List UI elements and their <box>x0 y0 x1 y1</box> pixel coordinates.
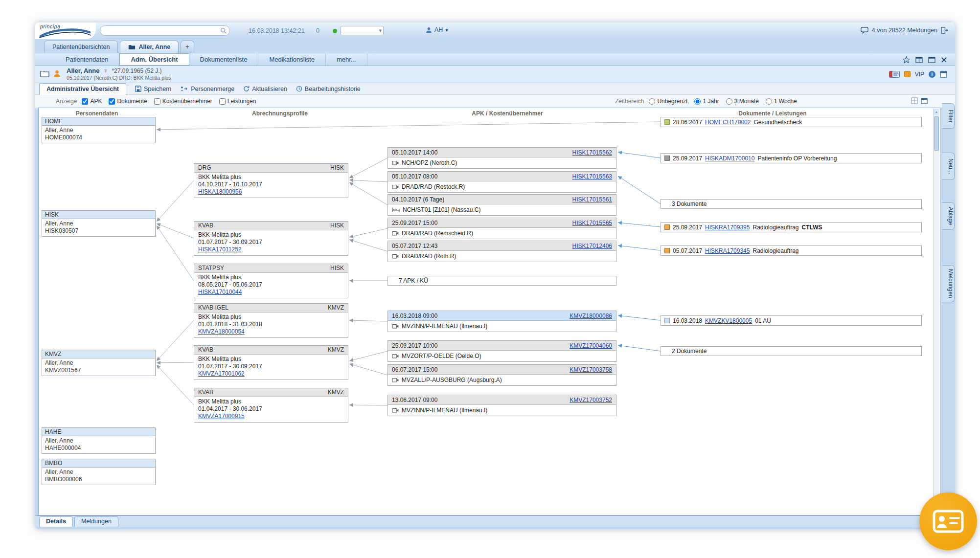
apk-ref-link[interactable]: HISK17015561 <box>572 195 612 203</box>
apk-ref-link[interactable]: HISK17015562 <box>572 148 612 156</box>
refresh-button[interactable]: Aktualisieren <box>243 86 287 92</box>
checkbox-dokumente[interactable]: Dokumente <box>109 98 147 105</box>
dokumente-checkbox[interactable] <box>109 98 115 105</box>
tab-adm-uebersicht[interactable]: Adm. Übersicht <box>119 53 189 66</box>
scroll-up-button[interactable]: ▲ <box>934 109 939 115</box>
apk-datetime: 05.10.2017 14:00 <box>392 148 437 156</box>
scrollbar-thumb[interactable] <box>934 116 939 151</box>
doc-ref-link[interactable]: KMVZKV1800005 <box>705 317 752 324</box>
radio-unbegrenzt[interactable]: Unbegrenzt <box>649 98 687 105</box>
drei-monate-radio[interactable] <box>726 98 732 105</box>
side-tab-neu[interactable]: Neu... <box>942 153 955 180</box>
profile-ref-link[interactable]: HISKA18000956 <box>198 188 242 195</box>
topbar-select[interactable]: ▾ <box>341 26 384 35</box>
bottom-tab-details[interactable]: Details <box>39 516 73 527</box>
profile-type: STATPSY <box>198 265 224 272</box>
search-input[interactable] <box>105 26 219 35</box>
apk-summary-box[interactable]: 7 APK / KÜ <box>387 276 616 286</box>
tab-patientenuebersichten[interactable]: Patientenübersichten <box>44 41 118 53</box>
radio-3-monate[interactable]: 3 Monate <box>726 98 759 105</box>
apk-datetime: 04.10.2017 (6 Tage) <box>392 195 444 203</box>
checkbox-apk[interactable]: APK <box>82 98 102 105</box>
camera-icon <box>392 354 399 358</box>
tab-administrative-uebersicht[interactable]: Administrative Übersicht <box>39 83 126 95</box>
person-merge-button[interactable]: Personenmerge <box>180 86 234 92</box>
filter-bar: Anzeige APK Dokumente Kostenübernehmer L… <box>35 95 955 108</box>
doc-ref-link[interactable]: HISKRA1709395 <box>705 224 750 231</box>
ein-jahr-radio[interactable] <box>694 98 701 105</box>
column-header-apk: APK / Kostenübernehmer <box>472 110 543 117</box>
patient-icon <box>53 70 61 77</box>
logout-icon[interactable] <box>941 27 948 34</box>
tab-dokumentenliste[interactable]: Dokumentenliste <box>189 53 259 66</box>
unbegrenzt-radio[interactable] <box>649 98 655 105</box>
apk-ref-link[interactable]: KMVZ18000086 <box>570 312 612 320</box>
doc-ref-link[interactable]: HISKRA1709345 <box>705 247 750 254</box>
side-tab-filter[interactable]: Filter <box>942 103 955 129</box>
person-id: KMVZ001567 <box>45 367 152 374</box>
profile-ref-link[interactable]: HISKA17010044 <box>198 289 242 295</box>
new-tab-button[interactable]: + <box>181 41 194 53</box>
side-tab-ablage[interactable]: Ablage <box>942 202 955 230</box>
camera-icon <box>392 160 399 165</box>
tab-mehr[interactable]: mehr... <box>326 53 367 66</box>
document-summary-box[interactable]: 2 Dokumente <box>661 346 922 356</box>
doc-color-chip <box>664 119 670 125</box>
messages-status[interactable]: 4 von 28522 Meldungen <box>861 27 948 34</box>
apk-checkbox[interactable] <box>82 98 88 105</box>
kostenuebernehmer-checkbox[interactable] <box>154 98 160 105</box>
zeitbereich-group: Zeitbereich Unbegrenzt 1 Jahr 3 Monate 1… <box>615 95 804 108</box>
patient-card-fab-button[interactable] <box>919 492 977 550</box>
user-menu[interactable]: AH ▾ <box>426 26 448 33</box>
maximize-window-icon[interactable] <box>928 57 935 63</box>
profile-period: 01.01.2018 - 31.03.2018 <box>198 321 344 328</box>
person-box-header: BMBO <box>42 459 155 468</box>
checkbox-leistungen[interactable]: Leistungen <box>219 98 256 105</box>
leistungen-checkbox[interactable] <box>219 98 226 105</box>
arrow-up-icon: ▲ <box>935 110 938 113</box>
doc-title: Gesundheitscheck <box>753 119 802 126</box>
vertical-scrollbar[interactable]: ▲ ▼ <box>933 109 939 514</box>
close-icon[interactable] <box>941 57 947 63</box>
profile-ref-link[interactable]: KMVZA18000054 <box>198 328 245 335</box>
star-icon[interactable] <box>903 56 910 63</box>
profile-insurer: BKK Melitta plus <box>198 313 344 321</box>
bottom-tab-meldungen[interactable]: Meldungen <box>74 516 118 527</box>
radio-label: Unbegrenzt <box>657 98 687 105</box>
vip-badge: VIP <box>915 71 924 78</box>
radio-label: 1 Jahr <box>703 98 719 105</box>
apk-ref-link[interactable]: HISK17015565 <box>572 219 612 227</box>
search-icon[interactable] <box>220 27 227 35</box>
calendar-icon[interactable] <box>921 97 928 104</box>
checkbox-kostenuebernehmer[interactable]: Kostenübernehmer <box>154 98 212 105</box>
checkbox-label: Dokumente <box>117 98 147 105</box>
side-tab-meldungen[interactable]: Meldungen <box>942 265 955 302</box>
profile-ref-link[interactable]: KMVZA17001062 <box>198 370 245 377</box>
radio-1-jahr[interactable]: 1 Jahr <box>694 98 719 105</box>
apk-ref-link[interactable]: KMVZ17003758 <box>570 365 612 374</box>
info-icon[interactable]: i <box>929 71 935 78</box>
profile-ref-link[interactable]: KMVZA17000915 <box>198 413 245 420</box>
apk-location: NCH/OPZ (Neroth.C) <box>402 159 457 166</box>
folder-icon[interactable] <box>40 70 49 77</box>
save-button[interactable]: Speichern <box>135 86 171 92</box>
doc-color-chip <box>664 318 670 323</box>
tab-patient-aller-anne[interactable]: Aller, Anne <box>120 41 179 53</box>
radio-1-woche[interactable]: 1 Woche <box>766 98 797 105</box>
grid-settings-icon[interactable] <box>911 97 918 104</box>
edit-history-button[interactable]: Bearbeitungshistorie <box>296 86 361 92</box>
tab-patientendaten[interactable]: Patientendaten <box>55 53 119 66</box>
doc-ref-link[interactable]: HISKADM1700010 <box>705 155 754 162</box>
profile-ref-link[interactable]: HISKA17011252 <box>198 246 242 253</box>
profile-period: 01.04.2017 - 30.06.2017 <box>198 405 344 413</box>
document-summary-box[interactable]: 3 Dokumente <box>661 199 922 209</box>
calendar-icon[interactable] <box>940 70 947 78</box>
doc-ref-link[interactable]: HOMECH170002 <box>705 119 751 126</box>
tab-medikationsliste[interactable]: Medikationsliste <box>258 53 326 66</box>
eine-woche-radio[interactable] <box>766 98 772 105</box>
split-window-icon[interactable] <box>915 57 923 63</box>
apk-ref-link[interactable]: HISK17015563 <box>572 172 612 180</box>
apk-ref-link[interactable]: KMVZ17003752 <box>570 396 612 404</box>
apk-ref-link[interactable]: HISK17012406 <box>572 242 612 250</box>
apk-ref-link[interactable]: KMVZ17004060 <box>570 341 612 350</box>
